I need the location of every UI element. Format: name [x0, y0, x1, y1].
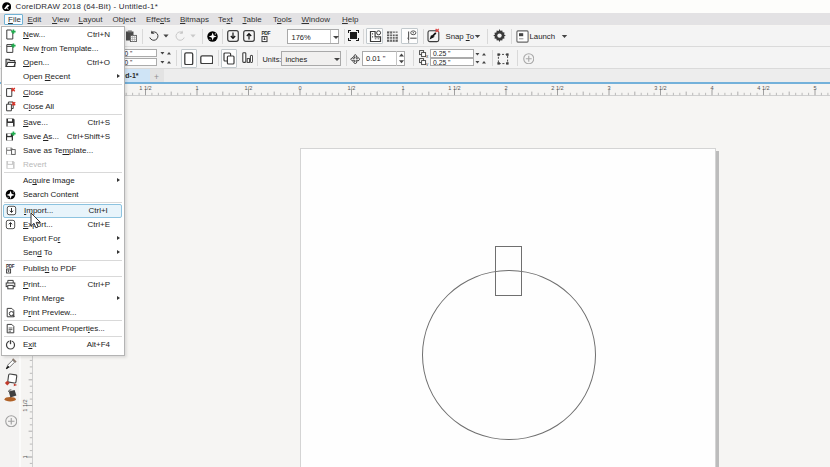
svg-text:1: 1: [195, 85, 198, 91]
svg-text:5: 5: [813, 85, 816, 91]
svg-text:PDF: PDF: [6, 264, 15, 269]
svg-text:1/2: 1/2: [348, 85, 356, 91]
svg-text:0: 0: [298, 85, 301, 91]
svg-text:3: 3: [607, 85, 610, 91]
svg-text:1 1/2: 1 1/2: [448, 85, 460, 91]
svg-text:1 1/2: 1 1/2: [139, 85, 151, 91]
svg-text:4 1/2: 4 1/2: [757, 85, 769, 91]
svg-text:2: 2: [504, 85, 507, 91]
svg-text:3 1/2: 3 1/2: [654, 85, 666, 91]
svg-text:1: 1: [401, 85, 404, 91]
svg-text:4: 4: [710, 85, 713, 91]
svg-text:1 1/2: 1 1/2: [22, 399, 28, 411]
svg-text:1/2: 1/2: [245, 85, 253, 91]
svg-text:2 1/2: 2 1/2: [551, 85, 563, 91]
svg-text:1: 1: [22, 455, 28, 458]
